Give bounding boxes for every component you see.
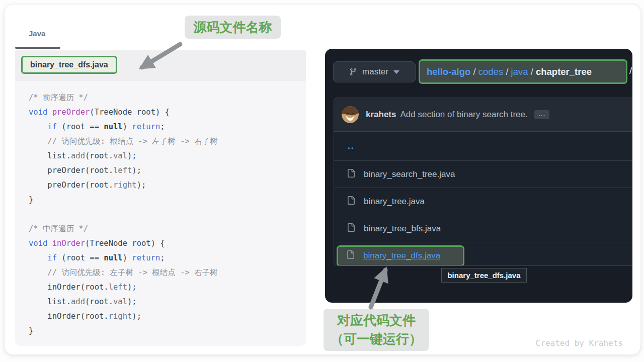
code-line: if (root == null) return; [29, 120, 302, 134]
file-icon [347, 223, 355, 234]
code-line: list.add(root.val); [29, 149, 302, 163]
breadcrumb: hello-algo / codes / java / chapter_tree [419, 59, 627, 84]
annotation-source-filename: 源码文件名称 [185, 16, 281, 39]
highlight-box: binary_tree_dfs.java [337, 245, 464, 266]
breadcrumb-separator: / [528, 66, 536, 77]
file-icon [347, 169, 355, 179]
parent-directory-row[interactable]: .. [334, 132, 632, 160]
parent-directory-link[interactable]: .. [348, 141, 354, 151]
avatar[interactable] [342, 106, 359, 123]
code-line: if (root == null) return; [29, 251, 302, 265]
screenshot-stage: Java binary_tree_dfs.java /* 前序遍历 */void… [0, 0, 644, 362]
watermark-credit: Created by Krahets [536, 338, 623, 348]
latest-commit-bar: krahets Add section of binary search tre… [334, 98, 632, 132]
commit-message-link[interactable]: Add section of binary search tree. [400, 110, 527, 120]
code-line: inOrder(root.left); [29, 280, 302, 295]
breadcrumb-separator: / [503, 66, 511, 77]
code-panel: binary_tree_dfs.java /* 前序遍历 */void preO… [15, 50, 306, 346]
chevron-down-icon [393, 70, 399, 74]
repo-content-box: krahets Add section of binary search tre… [334, 98, 632, 266]
source-filename-box: binary_tree_dfs.java [21, 56, 117, 74]
file-row[interactable]: binary_tree_bfs.java [334, 215, 632, 242]
breadcrumb-segment-java[interactable]: java [511, 66, 528, 77]
code-line: void inOrder(TreeNode root) { [29, 236, 302, 251]
file-icon [347, 196, 355, 207]
file-link[interactable]: binary_tree_bfs.java [364, 224, 441, 234]
breadcrumb-trailing-slash: / [629, 65, 632, 76]
annotation-code-file-line1: 对应代码文件 [324, 311, 429, 330]
file-row[interactable]: binary_tree_dfs.java [334, 242, 632, 266]
code-block: /* 前序遍历 */void preOrder(TreeNode root) {… [15, 80, 306, 342]
code-line: preOrder(root.left); [29, 163, 302, 178]
file-row[interactable]: binary_tree.java [334, 188, 632, 215]
code-line: list.add(root.val); [29, 295, 302, 309]
file-icon [346, 250, 355, 261]
code-line: void preOrder(TreeNode root) { [29, 105, 302, 120]
file-link[interactable]: binary_search_tree.java [364, 169, 455, 179]
code-line [29, 207, 302, 222]
code-line: preOrder(root.right); [29, 178, 302, 193]
git-branch-icon [349, 68, 357, 76]
tab-active-indicator [15, 47, 60, 49]
annotation-code-file-line2: （可一键运行） [324, 330, 429, 348]
code-line: } [29, 193, 302, 207]
file-list: binary_search_tree.javabinary_tree.javab… [334, 160, 632, 266]
breadcrumb-segment-chapter_tree: chapter_tree [536, 66, 592, 77]
code-line: // 访问优先级: 根结点 -> 左子树 -> 右子树 [29, 134, 302, 149]
code-line: // 访问优先级: 左子树 -> 根结点 -> 右子树 [29, 265, 302, 280]
branch-selector-button[interactable]: master [333, 61, 416, 82]
commit-author-link[interactable]: krahets [366, 110, 396, 120]
commit-more-button[interactable]: … [534, 110, 549, 119]
branch-name: master [362, 67, 388, 77]
code-header: binary_tree_dfs.java [15, 50, 306, 80]
file-link-highlighted[interactable]: binary_tree_dfs.java [363, 251, 440, 261]
file-row[interactable]: binary_search_tree.java [334, 160, 632, 188]
avatar-image [342, 106, 359, 123]
breadcrumb-separator: / [470, 66, 478, 77]
file-link[interactable]: binary_tree.java [364, 197, 425, 207]
code-line: /* 中序遍历 */ [29, 222, 302, 236]
annotation-code-file: 对应代码文件 （可一键运行） [324, 309, 429, 351]
code-line: inOrder(root.right); [29, 309, 302, 324]
github-panel: master hello-algo / codes / java / chapt… [325, 49, 632, 303]
code-line: } [29, 324, 302, 338]
code-line: /* 前序遍历 */ [29, 90, 302, 105]
breadcrumb-segment-codes[interactable]: codes [478, 66, 503, 77]
tab-java[interactable]: Java [29, 29, 45, 38]
filename-tooltip: binary_tree_dfs.java [441, 268, 527, 283]
breadcrumb-segment-hello-algo[interactable]: hello-algo [427, 66, 470, 77]
